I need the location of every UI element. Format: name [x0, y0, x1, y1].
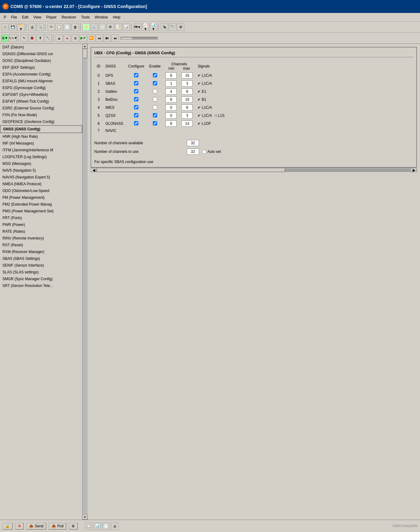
poll-button[interactable]: 📥 Poll [49, 523, 66, 530]
enable-checkbox[interactable] [153, 81, 157, 85]
sidebar-item[interactable]: ESFGWT (Gyro+Wheeltick) [0, 91, 82, 98]
sidebar-item[interactable]: ESFG (Gyroscope Config) [0, 84, 82, 91]
sidebar-item[interactable]: RATE (Rates) [0, 228, 82, 235]
min-channels-input[interactable] [165, 113, 177, 119]
chart2-btn[interactable]: 📈▼ [142, 23, 149, 31]
status-btn2[interactable]: 📊 [94, 522, 101, 530]
sidebar-item[interactable]: NAV5 (Navigation 5) [0, 167, 82, 174]
msg-view-btn[interactable]: 📨 [99, 23, 106, 31]
min-channels-input[interactable] [165, 72, 177, 79]
configure-checkbox[interactable] [134, 73, 138, 77]
chart1-btn[interactable]: 🗺▼ [134, 23, 141, 31]
max-channels-input[interactable] [181, 121, 193, 127]
sidebar-item[interactable]: NMEA (NMEA Protocol) [0, 181, 82, 187]
sidebar-item[interactable]: GEOFENCE (Geofence Config) [0, 118, 82, 125]
configure-checkbox[interactable] [134, 89, 138, 93]
pause-btn[interactable]: ⏸ [71, 35, 79, 42]
paste-btn[interactable]: 📄 [63, 23, 71, 31]
max-channels-input[interactable] [181, 80, 193, 87]
min-channels-input[interactable] [165, 121, 177, 127]
connect2-btn[interactable]: 📡 [91, 23, 98, 31]
enable-checkbox[interactable] [153, 97, 157, 101]
menu-window[interactable]: Window [92, 14, 110, 20]
sidebar-scrollbar[interactable]: ▲ ▼ [82, 44, 87, 520]
scroll-thumb[interactable] [83, 49, 87, 58]
sky-btn[interactable]: 🔭 [169, 23, 176, 31]
lock-button[interactable]: 🔒 [2, 523, 13, 530]
menu-file[interactable]: File [9, 14, 19, 20]
min-channels-input[interactable] [165, 80, 177, 87]
sidebar-item[interactable]: DAT (Datum) [0, 44, 82, 51]
sidebar-item[interactable]: SMGR (Sync Manager Config) [0, 276, 82, 282]
menu-help[interactable]: Help [110, 14, 123, 20]
sidebar-item[interactable]: PWR (Power) [0, 221, 82, 228]
sidebar-item[interactable]: EKF (EKF Settings) [0, 64, 82, 71]
new-btn[interactable]: □ [1, 23, 9, 31]
copy-btn[interactable]: 📋 [55, 23, 63, 31]
menu-tools[interactable]: Tools [79, 14, 92, 20]
up-btn[interactable]: ▲ [55, 35, 63, 42]
sidebar-item[interactable]: RINV (Remote Inventory) [0, 235, 82, 242]
h-scroll-left[interactable]: ◀ [91, 168, 97, 172]
configure-checkbox[interactable] [134, 121, 138, 125]
enable-checkbox[interactable] [153, 121, 157, 125]
configure-checkbox[interactable] [134, 113, 138, 117]
send-button[interactable]: 📤 Send [26, 523, 46, 530]
menu-player[interactable]: Player [44, 14, 59, 20]
sidebar-item[interactable]: PRT (Ports) [0, 215, 82, 221]
cursor-btn[interactable]: ↖ [20, 35, 28, 42]
rec-btn[interactable]: ● [63, 35, 71, 42]
prev-btn[interactable]: ⏮ [96, 35, 103, 42]
auto-set-checkbox[interactable] [202, 150, 206, 154]
sidebar-item[interactable]: ITFM (Jamming/Interference M [0, 147, 82, 153]
max-channels-input[interactable] [181, 113, 193, 119]
scroll-down-btn[interactable]: ▼ [83, 515, 88, 520]
debug-btn[interactable]: 🐞 [28, 35, 36, 42]
max-channels-input[interactable] [181, 88, 193, 95]
max-channels-input[interactable] [181, 72, 193, 79]
ffwd-btn[interactable]: ⏩ [88, 35, 95, 42]
tool2-btn[interactable]: 🔧 [44, 35, 52, 42]
channels-available-input[interactable] [187, 140, 199, 146]
sidebar-item[interactable]: ESFWT (Wheel-Tick Config) [0, 98, 82, 105]
wave-btn[interactable]: ∿∿▼ [9, 35, 17, 42]
sidebar-item[interactable]: ODO (Odometer/Low-Speed [0, 187, 82, 194]
close-button[interactable]: ✕ [15, 523, 24, 530]
channels-to-use-input[interactable] [187, 149, 199, 155]
sidebar-item[interactable]: ESRC (External Source Config) [0, 105, 82, 112]
sidebar-item[interactable]: PM (Power Management) [0, 194, 82, 201]
extra-btn[interactable]: ⊞ [177, 23, 184, 31]
sidebar-item[interactable]: LOGFILTER (Log Settings) [0, 153, 82, 160]
configure-checkbox[interactable] [134, 81, 138, 85]
settings-button[interactable]: ⚙ [69, 523, 78, 530]
h-scroll-thumb[interactable] [97, 168, 285, 172]
sidebar-item[interactable]: FXN (Fix Now Mode) [0, 112, 82, 118]
menu-view[interactable]: View [31, 14, 44, 20]
scroll-up-btn[interactable]: ▲ [83, 44, 88, 49]
min-channels-input[interactable] [165, 104, 177, 111]
clear-btn[interactable]: 🗑 [71, 23, 79, 31]
max-channels-input[interactable] [181, 96, 193, 103]
sidebar-item[interactable]: SBAS (SBAS Settings) [0, 255, 82, 262]
config-btn[interactable]: ⚙ [107, 23, 114, 31]
h-scroll-right[interactable]: ▶ [411, 168, 417, 172]
sidebar-item[interactable]: SRT (Sensor Resolution Tele... [0, 282, 82, 289]
enable-checkbox[interactable] [153, 73, 157, 77]
save-btn[interactable]: 💾 [9, 23, 17, 31]
enable-checkbox[interactable] [153, 113, 157, 117]
max-channels-input[interactable] [181, 104, 193, 111]
next-btn[interactable]: ▶| [104, 35, 111, 42]
preview-btn[interactable]: 🔍 [36, 23, 44, 31]
status-btn1[interactable]: 📋 [85, 522, 92, 530]
sidebar-item[interactable]: ESFA (Accelerometer Config) [0, 71, 82, 78]
play-btn[interactable]: ▶▼ [80, 35, 87, 42]
open-btn[interactable]: 📂▼ [17, 23, 25, 31]
sidebar-item[interactable]: DOSC (Disciplined Oscillator) [0, 57, 82, 64]
sidebar-item[interactable]: RXM (Receiver Manager) [0, 248, 82, 255]
menu-app[interactable]: P [1, 14, 9, 20]
enable-checkbox[interactable] [153, 105, 157, 109]
min-channels-input[interactable] [165, 88, 177, 95]
sat-btn[interactable]: 🛰 [161, 23, 168, 31]
sidebar-item[interactable]: INF (Inf Messages) [0, 140, 82, 147]
configure-checkbox[interactable] [134, 105, 138, 109]
